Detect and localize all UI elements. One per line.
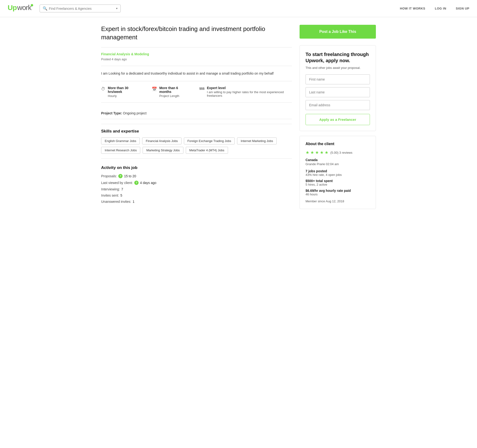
job-description: I am Looking for a dedicated and trustwo… [101, 71, 292, 76]
job-title: Expert in stock/forex/bitcoin trading an… [101, 25, 292, 41]
detail-hours: ⏱ More than 30 hrs/week Hourly [101, 86, 140, 98]
activity-value: 5 [120, 193, 122, 197]
detail-duration: 📅 More than 6 months Project Length [152, 86, 188, 98]
job-category: Financial Analysis & Modeling [101, 52, 292, 56]
page-wrapper: Expert in stock/forex/bitcoin trading an… [95, 17, 382, 217]
skill-tag[interactable]: Marketing Strategy Jobs [143, 147, 183, 154]
search-bar[interactable]: 🔍 ▾ [40, 5, 121, 12]
star-5: ★ [325, 150, 328, 155]
svg-text:work: work [17, 4, 32, 12]
help-icon[interactable]: ? [118, 174, 123, 178]
svg-point-2 [31, 4, 33, 6]
freelance-card-title: To start freelancing through Upwork, app… [305, 51, 370, 64]
job-details: ⏱ More than 30 hrs/week Hourly 📅 More th… [101, 81, 292, 103]
main-content: Expert in stock/forex/bitcoin trading an… [101, 25, 292, 206]
help-icon[interactable]: ? [134, 181, 139, 185]
activity-title: Activity on this job [101, 165, 292, 170]
skill-tag[interactable]: MetaTrader 4 (MT4) Jobs [186, 147, 228, 154]
activity-row-invites-sent: Invites sent: 5 [101, 193, 292, 197]
star-4: ★ [320, 150, 324, 155]
detail-duration-label: More than 6 months [159, 86, 188, 94]
star-1: ★ [305, 150, 309, 155]
activity-label: Invites sent: [101, 193, 119, 197]
activity-value: 1 [133, 200, 135, 204]
search-input[interactable] [49, 7, 115, 11]
activity-value: 7 [121, 187, 123, 191]
last-name-input[interactable] [305, 87, 370, 97]
chevron-down-icon: ▾ [116, 7, 118, 10]
client-location: Canada [305, 158, 370, 162]
activity-label: Last viewed by client: [101, 181, 133, 185]
post-job-button[interactable]: Post a Job Like This [299, 25, 376, 39]
detail-level: $$$ Expert level I am willing to pay hig… [199, 86, 292, 98]
project-type-row: Project Type: Ongoing project [101, 107, 292, 119]
navbar: Up work 🔍 ▾ HOW IT WORKS LOG IN SIGN UP [0, 0, 477, 17]
activity-row-proposals: Proposals:? 15 to 20 [101, 174, 292, 178]
freelance-card-sub: This and other jobs await your proposal. [305, 66, 370, 70]
detail-level-sub: I am willing to pay higher rates for the… [207, 90, 292, 98]
client-stat-hourly-rate: $6.69/hr avg hourly rate paid46 hours [305, 189, 370, 196]
skill-tag[interactable]: Foreign Exchange Trading Jobs [184, 138, 235, 144]
job-posted: Posted 4 days ago [101, 58, 292, 61]
skills-section-title: Skills and expertise [101, 129, 292, 134]
client-stat-jobs-posted: 7 jobs posted43% hire rate, 4 open jobs [305, 169, 370, 177]
clock-icon: ⏱ [101, 87, 105, 92]
activity-value: 15 to 20 [124, 174, 136, 178]
activity-label: Proposals: [101, 174, 117, 178]
email-input[interactable] [305, 100, 370, 110]
activity-rows: Proposals:? 15 to 20Last viewed by clien… [101, 174, 292, 204]
activity-row-last-viewed: Last viewed by client:? 4 days ago [101, 181, 292, 185]
divider-4 [101, 158, 292, 159]
client-card: About the client ★ ★ ★ ★ ★ (5.00) 3 revi… [299, 136, 376, 209]
skill-tag[interactable]: English Grammar Jobs [101, 138, 140, 144]
client-stat-sub: 46 hours [305, 192, 370, 196]
freelance-card: To start freelancing through Upwork, app… [299, 45, 376, 131]
activity-label: Interviewing: [101, 187, 120, 191]
detail-hours-label: More than 30 hrs/week [108, 86, 140, 94]
project-type-label: Project Type: [101, 111, 122, 115]
client-stat-sub: 43% hire rate, 4 open jobs [305, 173, 370, 177]
logo[interactable]: Up work [8, 3, 34, 14]
client-stat-total-spent: $500+ total spent5 hires, 2 active [305, 179, 370, 186]
client-card-title: About the client [305, 142, 370, 146]
first-name-input[interactable] [305, 74, 370, 84]
activity-row-interviewing: Interviewing: 7 [101, 187, 292, 191]
logo-text: Up work [8, 3, 34, 14]
svg-text:Up: Up [8, 4, 17, 12]
skill-tag[interactable]: Internet Marketing Jobs [237, 138, 277, 144]
money-icon: $$$ [199, 87, 205, 90]
detail-level-label: Expert level [207, 86, 292, 90]
client-stat-sub: 5 hires, 2 active [305, 183, 370, 186]
skill-tag[interactable]: Financial Analysis Jobs [142, 138, 181, 144]
divider-3 [101, 124, 292, 124]
star-3: ★ [315, 150, 319, 155]
client-city: Grande Prarie 02:04 am [305, 162, 370, 166]
apply-freelancer-button[interactable]: Apply as a Freelancer [305, 114, 370, 125]
calendar-icon: 📅 [152, 87, 157, 92]
skill-tag[interactable]: Internet Research Jobs [101, 147, 140, 154]
log-in-link[interactable]: LOG IN [435, 7, 446, 10]
divider-1 [101, 47, 292, 47]
detail-duration-sub: Project Length [159, 94, 188, 98]
client-stat-label: $500+ total spent [305, 179, 370, 183]
search-icon: 🔍 [43, 6, 48, 11]
activity-label: Unanswered invites: [101, 200, 131, 204]
client-stats: 7 jobs posted43% hire rate, 4 open jobs$… [305, 169, 370, 196]
nav-links: HOW IT WORKS LOG IN SIGN UP [400, 7, 469, 10]
skills-list: English Grammar JobsFinancial Analysis J… [101, 138, 292, 154]
stars-row: ★ ★ ★ ★ ★ (5.00) 3 reviews [305, 150, 370, 155]
sidebar: Post a Job Like This To start freelancin… [299, 25, 376, 209]
divider-2 [101, 66, 292, 66]
project-type-val: Ongoing project [123, 111, 147, 115]
rating-text: (5.00) 3 reviews [330, 151, 352, 154]
activity-row-unanswered: Unanswered invites: 1 [101, 200, 292, 204]
client-stat-label: $6.69/hr avg hourly rate paid [305, 189, 370, 192]
activity-section: Activity on this job Proposals:? 15 to 2… [101, 163, 292, 204]
activity-value: 4 days ago [140, 181, 156, 185]
star-2: ★ [310, 150, 314, 155]
how-it-works-link[interactable]: HOW IT WORKS [400, 7, 425, 10]
sign-up-link[interactable]: SIGN UP [456, 7, 469, 10]
member-since: Member since Aug 12, 2018 [305, 199, 370, 203]
client-stat-label: 7 jobs posted [305, 169, 370, 173]
detail-hours-sub: Hourly [108, 94, 140, 98]
